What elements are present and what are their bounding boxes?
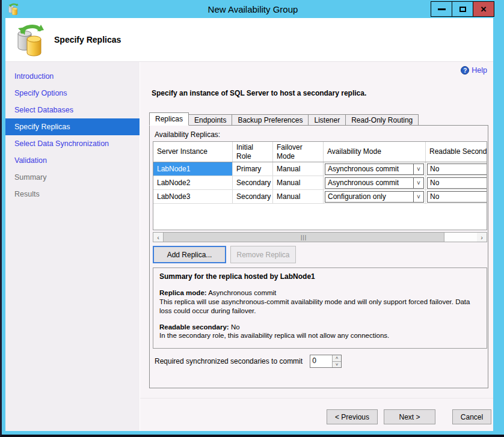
cell-initial-role[interactable]: Secondary (233, 190, 273, 203)
cell-failover-mode[interactable]: Manual (273, 190, 324, 203)
scrollbar-track[interactable] (444, 233, 477, 242)
column-header-failover-mode[interactable]: Failover Mode (273, 142, 324, 162)
sidebar-item-results: Results (5, 186, 140, 203)
grid-header-row: Server Instance Initial Role Failover Mo… (153, 142, 487, 162)
availability-mode-dropdown[interactable]: Asynchronous commit ˅ (325, 177, 424, 189)
scrollbar-thumb[interactable]: ||| (163, 233, 444, 242)
help-icon: ? (461, 66, 469, 75)
required-secondaries-label: Required synchronized secondaries to com… (155, 357, 303, 365)
maximize-icon (459, 7, 466, 12)
titlebar[interactable]: New Availability Group ✕ (2, 0, 504, 18)
horizontal-scrollbar[interactable]: ‹ ||| › (153, 232, 487, 242)
cancel-button[interactable]: Cancel (452, 409, 491, 424)
main-content: ? Help Specify an instance of SQL Server… (140, 62, 493, 431)
readable-secondary-summary: Readable secondary: No In the secondary … (159, 323, 481, 340)
tab-backup-preferences[interactable]: Backup Preferences (232, 114, 309, 126)
availability-mode-dropdown[interactable]: Asynchronous commit ˅ (325, 163, 424, 175)
replica-mode-description: This replica will use asynchronous-commi… (159, 298, 481, 315)
table-row: LabNode2 Secondary Manual Asynchronous c… (153, 176, 487, 190)
tab-read-only-routing[interactable]: Read-Only Routing (345, 114, 419, 126)
help-link[interactable]: ? Help (461, 66, 487, 75)
column-header-readable-secondary[interactable]: Readable Secondary (426, 142, 487, 162)
summary-title: Summary for the replica hosted by LabNod… (159, 272, 481, 281)
readable-secondary-dropdown[interactable]: No (427, 177, 487, 189)
app-database-icon (7, 3, 19, 15)
wizard-header: Specify Replicas (5, 18, 493, 62)
column-header-server-instance[interactable]: Server Instance (153, 142, 233, 162)
minimize-button[interactable] (431, 1, 452, 17)
sidebar-item-validation[interactable]: Validation (5, 152, 140, 169)
minimize-icon (438, 8, 446, 10)
stepper-up-icon[interactable]: ˄ (333, 355, 341, 362)
stepper-down-icon[interactable]: ˅ (333, 362, 341, 368)
readable-secondary-dropdown[interactable]: No (427, 163, 487, 175)
cell-initial-role[interactable]: Secondary (233, 176, 273, 189)
column-header-availability-mode[interactable]: Availability Mode (324, 142, 426, 162)
scroll-left-icon[interactable]: ‹ (153, 233, 163, 242)
window-controls: ✕ (431, 1, 494, 17)
window-title: New Availability Group (208, 4, 298, 14)
remove-replica-button: Remove Replica (230, 246, 296, 263)
close-button[interactable]: ✕ (473, 1, 494, 17)
sidebar-item-summary: Summary (5, 169, 140, 186)
sidebar-item-specify-options[interactable]: Specify Options (5, 85, 140, 102)
replica-summary-box: Summary for the replica hosted by LabNod… (153, 267, 487, 349)
cell-server-instance[interactable]: LabNode2 (153, 176, 233, 189)
close-icon: ✕ (481, 5, 487, 14)
page-title: Specify Replicas (54, 35, 121, 44)
replicas-tab-panel: Availability Replicas: Server Instance I… (149, 125, 488, 388)
wizard-steps-sidebar: Introduction Specify Options Select Data… (5, 62, 140, 431)
availability-replicas-label: Availability Replicas: (155, 130, 220, 139)
table-row: LabNode1 Primary Manual Asynchronous com… (153, 162, 487, 176)
cell-server-instance[interactable]: LabNode3 (153, 190, 233, 203)
add-replica-button[interactable]: Add Replica... (153, 246, 226, 263)
cell-server-instance[interactable]: LabNode1 (153, 162, 233, 176)
required-secondaries-stepper[interactable]: 0 ˄ ˅ (310, 355, 342, 368)
chevron-down-icon[interactable]: ˅ (413, 164, 423, 174)
instruction-text: Specify an instance of SQL Server to hos… (152, 89, 366, 97)
required-secondaries-row: Required synchronized secondaries to com… (155, 355, 342, 368)
availability-mode-dropdown[interactable]: Configuration only ˅ (325, 191, 424, 203)
next-button[interactable]: Next > (384, 409, 435, 424)
column-header-initial-role[interactable]: Initial Role (233, 142, 273, 162)
tab-listener[interactable]: Listener (308, 114, 346, 126)
cell-failover-mode[interactable]: Manual (273, 162, 324, 176)
chevron-down-icon[interactable]: ˅ (413, 178, 423, 188)
readable-secondary-dropdown[interactable]: No (427, 191, 487, 203)
cell-failover-mode[interactable]: Manual (273, 176, 324, 189)
sidebar-item-select-databases[interactable]: Select Databases (5, 102, 140, 118)
table-row: LabNode3 Secondary Manual Configuration … (153, 190, 487, 204)
stepper-value[interactable]: 0 (310, 355, 332, 367)
scroll-right-icon[interactable]: › (477, 233, 487, 242)
sidebar-item-select-data-synchronization[interactable]: Select Data Synchronization (5, 135, 140, 152)
availability-replicas-grid: Server Instance Initial Role Failover Mo… (153, 141, 487, 230)
dialog-window: New Availability Group ✕ Specify Replica… (0, 0, 504, 437)
sidebar-item-specify-replicas[interactable]: Specify Replicas (5, 118, 140, 135)
replica-mode-summary: Replica mode: Asynchronous commit This r… (159, 289, 481, 315)
help-label: Help (472, 66, 487, 75)
tabstrip: Replicas Endpoints Backup Preferences Li… (149, 112, 418, 126)
sidebar-item-introduction[interactable]: Introduction (5, 68, 140, 85)
cell-initial-role[interactable]: Primary (233, 162, 273, 176)
footer-divider (140, 398, 493, 399)
maximize-button[interactable] (452, 1, 473, 17)
readable-secondary-description: In the secondary role, this availability… (159, 331, 481, 340)
tab-replicas[interactable]: Replicas (149, 112, 189, 126)
previous-button[interactable]: < Previous (327, 409, 378, 424)
database-sync-icon (14, 23, 46, 57)
tab-endpoints[interactable]: Endpoints (188, 114, 232, 126)
dialog-surface: Specify Replicas Introduction Specify Op… (5, 18, 493, 431)
chevron-down-icon[interactable]: ˅ (413, 192, 423, 202)
